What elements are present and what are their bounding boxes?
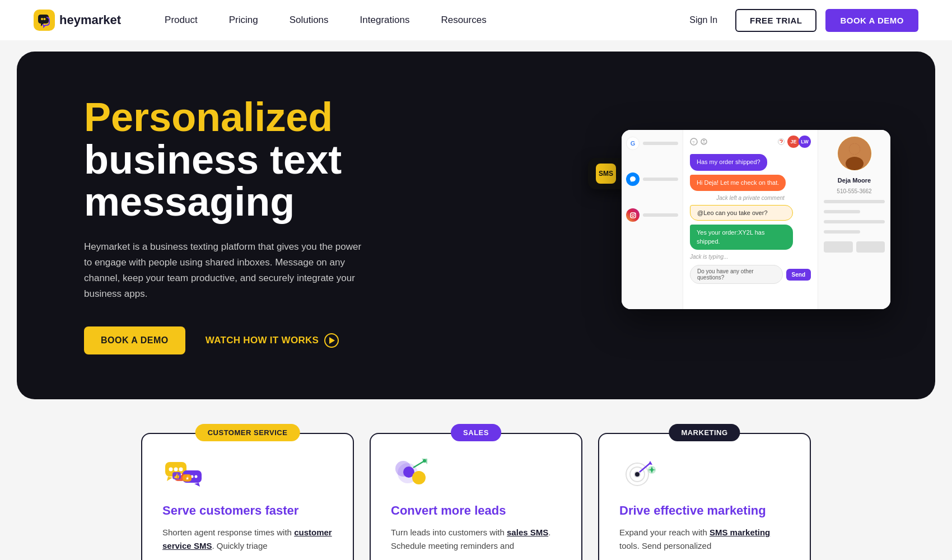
play-triangle-icon bbox=[329, 337, 335, 344]
svg-point-17 bbox=[174, 467, 178, 471]
chat-sidebar: G bbox=[622, 130, 683, 309]
card-text-3: Expand your reach with SMS marketing too… bbox=[619, 526, 790, 553]
logo-icon bbox=[34, 10, 55, 31]
hero-description: Heymarket is a business texting platform… bbox=[84, 239, 364, 302]
chat-header: ? JE LW bbox=[690, 136, 811, 148]
hero-title-yellow: Personalized bbox=[84, 95, 333, 139]
hero-title-white: business text messaging bbox=[84, 137, 342, 225]
icon-marketing bbox=[619, 456, 790, 492]
messenger-channel-icon bbox=[626, 172, 640, 186]
icon-customer-service: ★ 👍 bbox=[162, 456, 333, 492]
svg-line-32 bbox=[413, 461, 424, 468]
nav-resources[interactable]: Resources bbox=[425, 0, 502, 40]
card-customer-service: CUSTOMER SERVICE ★ bbox=[141, 433, 354, 560]
sms-icon: SMS bbox=[596, 164, 616, 184]
badge-sales: SALES bbox=[451, 424, 501, 441]
svg-point-22 bbox=[195, 475, 198, 478]
chat-bubble-4: Yes your order:XY2L has shipped. bbox=[690, 225, 793, 250]
hero-actions: BOOK A DEMO WATCH HOW IT WORKS bbox=[84, 326, 409, 354]
svg-point-1 bbox=[41, 18, 43, 20]
typing-indicator: Jack is typing... bbox=[690, 254, 811, 260]
navbar: heymarket Product Pricing Solutions Inte… bbox=[0, 0, 952, 40]
chat-window: G bbox=[622, 130, 890, 309]
sales-sms-link[interactable]: sales SMS bbox=[507, 528, 548, 537]
svg-text:👍: 👍 bbox=[174, 473, 180, 479]
send-bar: Do you have any other questions? Send bbox=[690, 265, 811, 284]
svg-point-9 bbox=[703, 140, 705, 142]
nav-product[interactable]: Product bbox=[149, 0, 213, 40]
card-marketing: MARKETING Drive effective marketing Expa… bbox=[598, 433, 811, 560]
svg-point-4 bbox=[632, 214, 634, 216]
book-demo-hero-button[interactable]: BOOK A DEMO bbox=[84, 326, 185, 354]
contact-name: Deja Moore bbox=[824, 177, 885, 184]
card-text-2: Turn leads into customers with sales SMS… bbox=[391, 526, 561, 553]
badge-customer-service: CUSTOMER SERVICE bbox=[195, 424, 300, 441]
free-trial-button[interactable]: FREE TRIAL bbox=[735, 9, 816, 32]
nav-links: Product Pricing Solutions Integrations R… bbox=[149, 0, 680, 40]
channel-line bbox=[643, 213, 678, 217]
logo[interactable]: heymarket bbox=[34, 10, 121, 31]
avatar-je: JE bbox=[787, 136, 800, 148]
watch-how-text: WATCH HOW IT WORKS bbox=[206, 335, 319, 346]
chat-bubble-mention: @Leo can you take over? bbox=[690, 205, 793, 221]
nav-pricing[interactable]: Pricing bbox=[213, 0, 274, 40]
svg-point-38 bbox=[635, 472, 640, 477]
svg-text:★: ★ bbox=[185, 476, 189, 481]
info-line-2 bbox=[824, 210, 860, 213]
hero-content: Personalized business text messaging Hey… bbox=[84, 96, 409, 354]
nav-integrations[interactable]: Integrations bbox=[344, 0, 426, 40]
svg-point-31 bbox=[412, 471, 426, 484]
contact-phone: 510-555-3662 bbox=[824, 188, 885, 194]
svg-marker-40 bbox=[648, 461, 652, 465]
chat-input[interactable]: Do you have any other questions? bbox=[690, 265, 783, 284]
info-line-1 bbox=[824, 200, 885, 203]
hero-title: Personalized business text messaging bbox=[84, 96, 409, 223]
channel-row-google: G bbox=[626, 137, 678, 150]
svg-point-14 bbox=[849, 143, 860, 155]
svg-point-5 bbox=[634, 213, 634, 214]
card-title-2: Convert more leads bbox=[391, 503, 561, 518]
chat-bubble-2: Hi Deja! Let me check on that. bbox=[690, 175, 786, 191]
play-circle-icon bbox=[324, 333, 339, 348]
info-line-4 bbox=[824, 230, 860, 234]
hero-section: Personalized business text messaging Hey… bbox=[17, 52, 935, 399]
channel-line bbox=[643, 178, 678, 181]
svg-point-2 bbox=[44, 18, 46, 20]
watch-how-link[interactable]: WATCH HOW IT WORKS bbox=[206, 333, 339, 348]
instagram-channel-icon bbox=[626, 208, 640, 222]
avatar-lw: LW bbox=[799, 136, 811, 148]
sms-marketing-link[interactable]: SMS marketing bbox=[710, 528, 770, 537]
chat-main: ? JE LW Has my order shipped? Hi Deja! L… bbox=[683, 130, 818, 309]
card-sales: SALES Convert more leads Turn leads into… bbox=[370, 433, 582, 560]
private-note: Jack left a private comment bbox=[690, 195, 811, 201]
cards-section: CUSTOMER SERVICE ★ bbox=[0, 399, 952, 560]
chat-bubble-1: Has my order shipped? bbox=[690, 154, 767, 170]
cs-sms-link[interactable]: customer service SMS bbox=[162, 528, 332, 550]
channel-line bbox=[643, 142, 678, 145]
card-title-1: Serve customers faster bbox=[162, 503, 333, 518]
svg-point-16 bbox=[169, 467, 173, 471]
hero-illustration: SMS Deja Moore Yes your order... G bbox=[599, 130, 890, 320]
info-line-3 bbox=[824, 220, 885, 223]
nav-solutions[interactable]: Solutions bbox=[274, 0, 344, 40]
nav-actions: Sign In FREE TRIAL BOOK A DEMO bbox=[680, 9, 918, 32]
badge-marketing: MARKETING bbox=[669, 424, 740, 441]
channel-row-messenger bbox=[626, 172, 678, 186]
book-demo-nav-button[interactable]: BOOK A DEMO bbox=[825, 9, 918, 32]
card-text-1: Shorten agent response times with custom… bbox=[162, 526, 333, 553]
sign-in-link[interactable]: Sign In bbox=[680, 15, 726, 25]
svg-text:?: ? bbox=[692, 140, 695, 145]
card-title-3: Drive effective marketing bbox=[619, 503, 790, 518]
google-channel-icon: G bbox=[626, 137, 640, 150]
send-button[interactable]: Send bbox=[786, 269, 811, 281]
channel-row-instagram bbox=[626, 208, 678, 222]
svg-point-13 bbox=[846, 157, 864, 170]
logo-text: heymarket bbox=[59, 13, 121, 27]
svg-point-10 bbox=[778, 139, 785, 145]
contact-avatar bbox=[838, 137, 871, 170]
svg-point-18 bbox=[179, 467, 183, 471]
contact-panel: Deja Moore 510-555-3662 bbox=[818, 130, 890, 309]
icon-sales bbox=[391, 456, 561, 492]
